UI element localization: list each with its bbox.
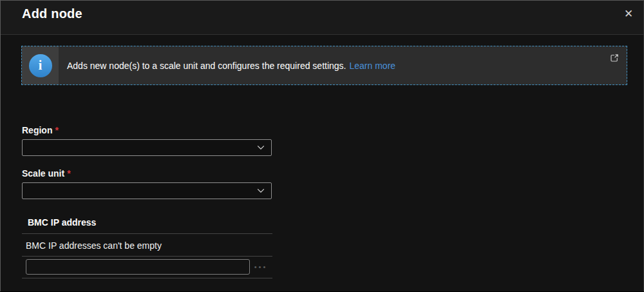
close-icon[interactable]: ✕ bbox=[620, 6, 637, 23]
page-title: Add node bbox=[22, 6, 82, 21]
chevron-down-icon bbox=[256, 143, 265, 152]
region-label: Region* bbox=[22, 125, 59, 135]
banner-message: Adds new node(s) to a scale unit and con… bbox=[67, 61, 346, 71]
required-asterisk: * bbox=[67, 168, 70, 179]
divider bbox=[22, 278, 272, 278]
info-icon-area: i bbox=[22, 46, 59, 84]
divider bbox=[22, 233, 272, 234]
more-options-button[interactable]: ••• bbox=[252, 259, 270, 275]
chevron-down-icon bbox=[256, 186, 265, 195]
required-asterisk: * bbox=[55, 125, 58, 135]
region-dropdown[interactable] bbox=[22, 139, 272, 156]
panel-header: Add node ✕ bbox=[1, 1, 643, 35]
scale-unit-label: Scale unit* bbox=[22, 168, 71, 179]
ellipsis-icon: ••• bbox=[252, 259, 270, 275]
add-node-panel: Add node ✕ i Adds new node(s) to a scale… bbox=[0, 0, 644, 291]
bmc-section-header: BMC IP address bbox=[28, 217, 96, 228]
scale-unit-dropdown[interactable] bbox=[22, 182, 272, 199]
divider bbox=[22, 256, 272, 257]
info-banner: i Adds new node(s) to a scale unit and c… bbox=[21, 46, 627, 85]
bmc-ip-input[interactable] bbox=[26, 259, 250, 275]
banner-text: Adds new node(s) to a scale unit and con… bbox=[67, 46, 395, 84]
bmc-error-text: BMC IP addresses can't be empty bbox=[26, 240, 162, 251]
open-in-new-window-icon[interactable] bbox=[609, 53, 620, 64]
learn-more-link[interactable]: Learn more bbox=[349, 61, 395, 71]
info-icon: i bbox=[29, 54, 52, 77]
